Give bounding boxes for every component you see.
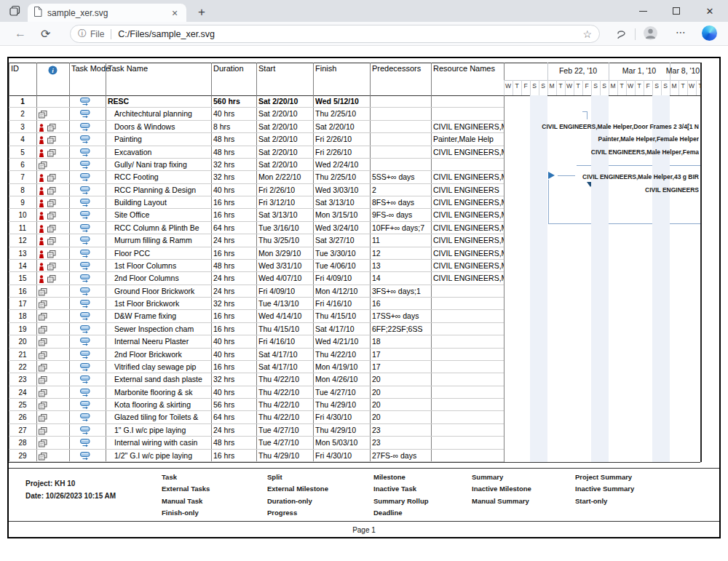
cell-start: Thu 3/25/10 bbox=[256, 234, 313, 247]
gantt-bar-label: CIVIL ENGINEERS,Male Helper,Door Frames … bbox=[508, 123, 699, 130]
day-letter: T bbox=[678, 82, 687, 89]
cell-task-mode bbox=[69, 121, 106, 133]
address-file-label: File bbox=[90, 29, 104, 39]
cell-duration: 48 hrs bbox=[211, 437, 256, 449]
browser-menu-button[interactable]: ⋯ bbox=[676, 26, 687, 38]
address-url[interactable]: C:/Files/sample_xer.svg bbox=[118, 29, 582, 39]
cell-task-name: Kota flooring & skirting bbox=[106, 399, 211, 411]
cell-start: Tue 4/27/10 bbox=[256, 437, 313, 449]
cell-task-mode bbox=[69, 234, 106, 247]
overallocated-resource-icon bbox=[39, 211, 44, 221]
favorite-star-icon[interactable]: ☆ bbox=[582, 28, 592, 40]
day-letter: W bbox=[565, 82, 574, 89]
window-close-button[interactable]: ✕ bbox=[693, 0, 727, 22]
cell-finish: Wed 2/24/10 bbox=[313, 159, 370, 171]
assignment-sheet-icon bbox=[39, 413, 47, 423]
page-number: Page 1 bbox=[9, 526, 719, 534]
window-minimize-button[interactable] bbox=[626, 0, 660, 22]
assignment-sheet-icon bbox=[39, 401, 47, 411]
cell-indicators bbox=[36, 184, 69, 196]
cell-finish: Wed 3/24/10 bbox=[313, 222, 370, 234]
cell-task-name: Doors & Windows bbox=[106, 121, 211, 133]
assignment-sheet-icon bbox=[39, 287, 47, 298]
cell-duration: 24 hrs bbox=[211, 424, 256, 437]
cell-finish: Mon 4/26/10 bbox=[313, 373, 370, 386]
new-tab-button[interactable]: + bbox=[194, 4, 210, 20]
cell-resource-names bbox=[431, 335, 504, 348]
cell-predecessors: 18 bbox=[370, 335, 431, 348]
assignment-sheet-icon bbox=[39, 338, 47, 348]
cell-duration: 32 hrs bbox=[211, 373, 256, 386]
cell-task-mode bbox=[69, 285, 106, 298]
day-letter: T bbox=[635, 82, 644, 89]
cell-predecessors: 17 bbox=[370, 349, 431, 361]
cell-resource-names: CIVIL ENGINEERS,M bbox=[431, 171, 504, 183]
cell-id: 24 bbox=[9, 386, 36, 399]
cell-task-name: RCC Footing bbox=[106, 171, 211, 183]
day-letter: W bbox=[687, 82, 696, 89]
site-info-icon[interactable]: ⓘ bbox=[78, 28, 87, 40]
manually-scheduled-task-icon bbox=[80, 199, 90, 209]
browser-essentials-icon[interactable] bbox=[616, 28, 627, 41]
gantt-bar-label: CIVIL ENGINEERS bbox=[508, 186, 699, 194]
cell-task-name: RESC bbox=[106, 95, 211, 108]
cell-resource-names: CIVIL ENGINEERS,M bbox=[431, 247, 504, 260]
cell-finish: Fri 4/30/10 bbox=[313, 450, 370, 462]
cell-resource-names: CIVIL ENGINEERS bbox=[431, 184, 504, 196]
cell-id: 12 bbox=[9, 234, 36, 247]
day-letter: M bbox=[670, 82, 678, 89]
legend-item: Duration-only bbox=[267, 497, 312, 505]
manually-scheduled-task-icon bbox=[80, 300, 90, 310]
day-letter: F bbox=[582, 82, 591, 89]
manually-scheduled-task-icon bbox=[80, 135, 90, 146]
cell-duration: 16 hrs bbox=[211, 323, 256, 335]
overallocated-resource-icon bbox=[39, 123, 44, 133]
cell-indicators bbox=[36, 121, 69, 133]
cell-start: Thu 4/22/10 bbox=[256, 399, 313, 411]
table-row: 23External sand dash plaste32 hrsThu 4/2… bbox=[9, 373, 504, 386]
cell-task-name: Glazed tiling for Toilets & bbox=[106, 411, 211, 423]
cell-start: Wed 4/07/10 bbox=[256, 272, 313, 285]
back-button[interactable]: ← bbox=[15, 27, 26, 40]
manually-scheduled-task-icon bbox=[80, 439, 90, 449]
cell-task-name: Floor PCC bbox=[106, 247, 211, 260]
cell-resource-names bbox=[431, 450, 504, 462]
assignment-sheet-icon bbox=[47, 236, 56, 247]
profile-avatar[interactable] bbox=[644, 26, 657, 40]
cell-duration: 64 hrs bbox=[211, 222, 256, 234]
legend-item: Inactive Task bbox=[373, 485, 416, 493]
cell-id: 13 bbox=[9, 247, 36, 260]
cell-indicators bbox=[36, 450, 69, 462]
table-row: 19Sewer Inspection cham16 hrsThu 4/15/10… bbox=[9, 323, 504, 335]
table-row: 24Marbonite flooring & sk40 hrsThu 4/22/… bbox=[9, 386, 504, 399]
cell-finish: Sat 4/17/10 bbox=[313, 323, 370, 335]
table-row: 152nd Floor Columns24 hrsWed 4/07/10Fri … bbox=[9, 272, 504, 285]
gantt-bar-label: CIVIL ENGINEERS,Male Helper,Fema bbox=[508, 148, 699, 156]
cell-resource-names bbox=[431, 399, 504, 411]
refresh-button[interactable]: ⟳ bbox=[41, 27, 50, 41]
tab-close-icon[interactable]: × bbox=[169, 8, 181, 18]
manually-scheduled-task-icon bbox=[80, 250, 90, 260]
window-maximize-button[interactable] bbox=[660, 0, 693, 22]
day-letter: S bbox=[591, 82, 600, 89]
cell-indicators bbox=[36, 323, 69, 335]
cell-id: 14 bbox=[9, 260, 36, 272]
cell-task-name: 1" G.I w/c pipe laying bbox=[106, 424, 211, 437]
browser-tab[interactable]: sample_xer.svg × bbox=[28, 4, 186, 22]
cell-id: 1 bbox=[9, 95, 36, 108]
cell-indicators bbox=[36, 285, 69, 298]
cell-resource-names bbox=[431, 298, 504, 310]
cell-start: Fri 3/12/10 bbox=[256, 196, 313, 209]
day-letter: S bbox=[661, 82, 670, 89]
cell-resource-names bbox=[431, 159, 504, 171]
assignment-sheet-icon bbox=[47, 211, 56, 221]
overallocated-resource-icon bbox=[39, 199, 44, 209]
cell-indicators bbox=[36, 310, 69, 322]
cell-predecessors: 12 bbox=[370, 247, 431, 260]
cell-predecessors: 3FS+∞ days;1 bbox=[370, 285, 431, 298]
address-bar[interactable]: ⓘ File C:/Files/sample_xer.svg ☆ bbox=[70, 25, 600, 43]
cell-task-mode bbox=[69, 272, 106, 285]
cell-predecessors: 8FS+∞ days bbox=[370, 196, 431, 209]
workspaces-icon[interactable] bbox=[9, 5, 22, 17]
copilot-icon[interactable] bbox=[702, 25, 717, 41]
